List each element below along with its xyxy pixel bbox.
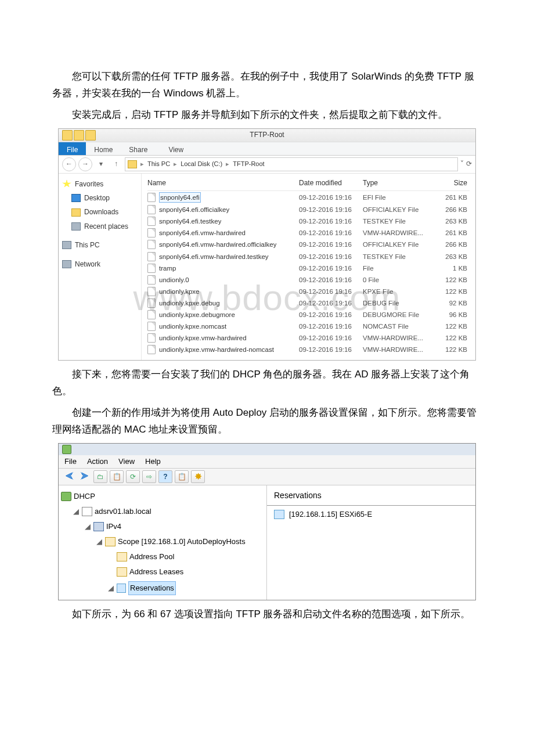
nav-back-button[interactable]: ⮜ [63, 471, 76, 483]
table-row[interactable]: tramp09-12-2016 19:16File1 KB [147, 262, 470, 274]
network-icon [62, 260, 71, 268]
reservation-item[interactable]: [192.168.1.15] ESXi65-E [267, 506, 475, 523]
menu-help[interactable]: Help [145, 455, 161, 468]
tree-item-pool[interactable]: Address Pool [61, 549, 264, 564]
table-row[interactable]: snponly64.efi.officialkey09-12-2016 19:1… [147, 204, 470, 215]
breadcrumb-item[interactable]: This PC [147, 159, 170, 170]
paragraph: 如下所示，为 66 和 67 选项设置指向 TFTP 服务器和启动文件名称的范围… [52, 606, 482, 623]
file-name: tramp [159, 264, 176, 273]
nav-back-button[interactable]: ← [62, 157, 76, 171]
folder-icon [128, 160, 137, 168]
col-size[interactable]: Size [432, 177, 470, 189]
sidebar-item-downloads[interactable]: Downloads [62, 205, 138, 219]
sidebar-item-recent[interactable]: Recent places [62, 219, 138, 233]
col-modified[interactable]: Date modified [299, 177, 363, 189]
sidebar-item-label: Favorites [75, 178, 103, 190]
dhcp-icon [61, 492, 71, 501]
recent-icon [71, 222, 81, 231]
expand-icon[interactable]: ◢ [96, 535, 103, 548]
ribbon-tab-share[interactable]: Share [121, 142, 156, 155]
file-modified: 09-12-2016 19:16 [299, 287, 363, 296]
sidebar-item-network[interactable]: Network [62, 257, 138, 271]
tree-item-dhcp[interactable]: DHCP [61, 489, 264, 504]
tree-label: adsrv01.lab.local [95, 505, 151, 518]
menu-file[interactable]: File [64, 455, 77, 468]
file-type: TESTKEY File [363, 217, 432, 226]
table-row[interactable]: undionly.kpxe.debug09-12-2016 19:16DEBUG… [147, 297, 470, 309]
file-name: undionly.kpxe.vmw-hardwired-nomcast [159, 345, 274, 354]
col-type[interactable]: Type [363, 177, 432, 189]
table-row[interactable]: undionly.kpxe.debugmore09-12-2016 19:16D… [147, 309, 470, 321]
nav-forward-button[interactable]: → [78, 157, 92, 171]
toolbar-button[interactable]: 📋 [175, 470, 189, 483]
table-row[interactable]: snponly64.efi.vmw-hardwired.testkey09-12… [147, 251, 470, 262]
file-icon [147, 193, 156, 202]
toolbar-refresh[interactable]: ⟳ [126, 470, 140, 483]
file-name: snponly64.efi.testkey [159, 217, 221, 226]
ribbon-tab-home[interactable]: Home [86, 142, 121, 155]
file-modified: 09-12-2016 19:16 [299, 345, 363, 354]
table-row[interactable]: undionly.009-12-2016 19:160 File122 KB [147, 274, 470, 286]
table-row[interactable]: snponly64.efi09-12-2016 19:16EFI File261… [147, 191, 470, 204]
breadcrumb-item[interactable]: TFTP-Root [233, 159, 264, 170]
reservation-label: [192.168.1.15] ESXi65-E [289, 508, 372, 521]
sidebar-item-desktop[interactable]: Desktop [62, 191, 138, 205]
tree-item-scope[interactable]: ◢ Scope [192.168.1.0] AutoDeployHosts [61, 534, 264, 549]
expand-icon[interactable]: ◢ [107, 582, 114, 595]
file-name: undionly.kpxe.vmw-hardwired [159, 333, 247, 343]
toolbar-button[interactable]: 📋 [110, 470, 124, 483]
expand-icon[interactable]: ◢ [73, 505, 80, 518]
breadcrumb[interactable]: ▸ This PC ▸ Local Disk (C:) ▸ TFTP-Root [125, 157, 458, 171]
breadcrumb-expand[interactable]: ˅ [460, 158, 464, 170]
file-name: undionly.kpxe.debugmore [159, 310, 235, 319]
tree-item-ipv4[interactable]: ◢ IPv4 [61, 519, 264, 534]
sidebar-item-label: Downloads [84, 206, 118, 218]
nav-up-button[interactable]: ↑ [110, 158, 122, 171]
table-row[interactable]: undionly.kpxe.nomcast09-12-2016 19:16NOM… [147, 321, 470, 332]
col-name[interactable]: Name [147, 177, 299, 189]
table-row[interactable]: undionly.kpxe.vmw-hardwired-nomcast09-12… [147, 344, 470, 355]
tree-item-server[interactable]: ◢ adsrv01.lab.local [61, 504, 264, 519]
nav-recent-dropdown[interactable]: ▾ [95, 158, 107, 171]
menu-action[interactable]: Action [87, 455, 108, 468]
breadcrumb-item[interactable]: Local Disk (C:) [181, 159, 222, 170]
menu-view[interactable]: View [118, 455, 135, 468]
paragraph: 接下来，您将需要一台安装了我们的 DHCP 角色的服务器。我在 AD 服务器上安… [52, 366, 482, 400]
refresh-button[interactable]: ⟳ [466, 158, 472, 170]
file-list-header[interactable]: Name Date modified Type Size [147, 176, 470, 191]
file-icon [147, 264, 156, 273]
toolbar-export[interactable]: ⇨ [142, 470, 156, 483]
sidebar-item-favorites[interactable]: Favorites [62, 177, 138, 191]
sidebar-item-thispc[interactable]: This PC [62, 238, 138, 252]
file-size: 263 KB [432, 217, 470, 226]
tree-item-reservations[interactable]: ◢ Reservations [61, 580, 264, 596]
folder-icon [85, 130, 96, 141]
toolbar-star[interactable]: ✸ [191, 470, 205, 483]
table-row[interactable]: undionly.kpxe09-12-2016 19:16KPXE File12… [147, 286, 470, 297]
mmc-toolbar: ⮜ ⮞ 🗀 📋 ⟳ ⇨ ? 📋 ✸ [59, 469, 475, 485]
expand-icon[interactable]: ◢ [84, 520, 91, 533]
file-size: 92 KB [432, 298, 470, 308]
tree-item-leases[interactable]: Address Leases [61, 564, 264, 579]
titlebar: TFTP-Root [59, 129, 475, 142]
toolbar-help[interactable]: ? [158, 470, 172, 483]
ribbon-tab-file[interactable]: File [59, 142, 86, 155]
table-row[interactable]: snponly64.efi.vmw-hardwired09-12-2016 19… [147, 227, 470, 239]
nav-forward-button[interactable]: ⮞ [78, 471, 91, 483]
toolbar-button[interactable]: 🗀 [93, 470, 107, 483]
navbar: ← → ▾ ↑ ▸ This PC ▸ Local Disk (C:) ▸ TF… [59, 156, 475, 174]
file-name: snponly64.efi.officialkey [159, 205, 229, 214]
star-icon [62, 180, 71, 188]
mmc-tree: DHCP ◢ adsrv01.lab.local ◢ IPv4 ◢ Scope … [59, 485, 267, 600]
folder-icon [74, 130, 84, 141]
table-row[interactable]: snponly64.efi.testkey09-12-2016 19:16TES… [147, 215, 470, 227]
ribbon-tab-view[interactable]: View [160, 142, 192, 155]
table-row[interactable]: undionly.kpxe.vmw-hardwired09-12-2016 19… [147, 332, 470, 344]
file-icon [147, 217, 156, 226]
tree-label: Address Pool [129, 550, 174, 563]
file-icon [147, 298, 156, 308]
table-row[interactable]: snponly64.efi.vmw-hardwired.officialkey0… [147, 239, 470, 250]
file-type: VMW-HARDWIRE... [363, 333, 432, 343]
file-icon [147, 310, 156, 319]
reservations-icon [117, 584, 126, 593]
